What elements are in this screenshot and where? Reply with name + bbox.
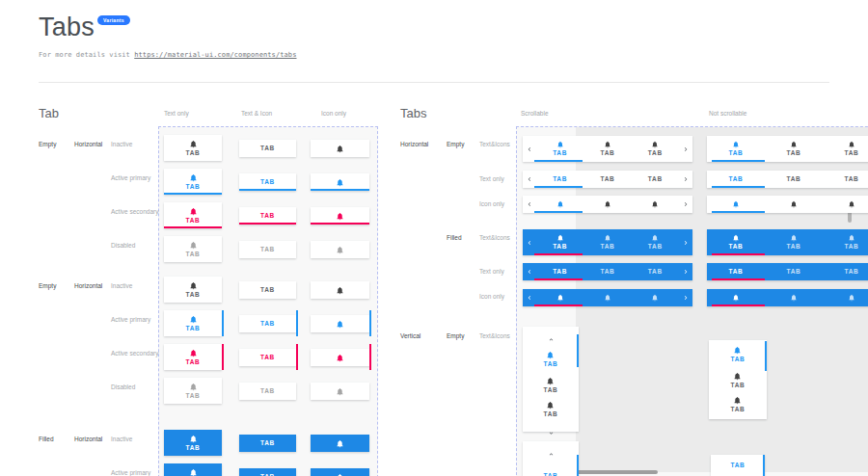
scroll-down-button[interactable] (548, 423, 555, 440)
chevron-left-icon (526, 175, 533, 183)
tab-item-active[interactable]: TAB (544, 351, 558, 368)
chevron-left-icon (526, 145, 533, 153)
tab-sample[interactable]: TAB (164, 463, 222, 476)
tab-item-active[interactable]: TAB (536, 229, 583, 255)
tab-item[interactable]: TAB (765, 171, 823, 188)
tab-sample[interactable] (311, 315, 369, 332)
state-label: Inactive (111, 282, 132, 289)
tab-sample[interactable]: TAB (164, 169, 222, 195)
scroll-next-button[interactable] (679, 289, 692, 306)
tab-item[interactable]: TAB (823, 136, 868, 162)
chevron-right-icon (682, 175, 690, 183)
tab-item[interactable]: TAB (583, 263, 631, 280)
orientation-label: Horizontal (74, 436, 102, 442)
chevron-left-icon (526, 268, 533, 276)
bell-icon (336, 212, 344, 221)
tab-item[interactable]: TAB (823, 263, 868, 280)
tab-item-active[interactable]: TAB (707, 136, 765, 162)
tab-sample[interactable]: TAB (239, 383, 296, 400)
tab-item[interactable] (823, 289, 868, 306)
bell-icon (651, 294, 659, 302)
tab-item[interactable]: TAB (731, 396, 746, 413)
tab-sample[interactable]: TAB (164, 430, 222, 456)
tab-item[interactable]: TAB (544, 401, 558, 418)
tab-item[interactable]: TAB (823, 171, 868, 188)
tab-item[interactable]: TAB (544, 377, 558, 394)
tab-sample[interactable] (311, 435, 369, 452)
tab-item-active[interactable]: TAB (731, 463, 746, 469)
tab-label: TAB (601, 176, 615, 183)
tab-sample[interactable]: TAB (164, 344, 222, 370)
tab-sample[interactable]: TAB (239, 281, 296, 299)
tab-item[interactable] (632, 196, 679, 213)
group-label: Filled (39, 436, 54, 442)
tab-sample[interactable]: TAB (239, 349, 296, 366)
bell-icon (189, 315, 198, 324)
column-header-not-scrollable: Not scrollable (709, 110, 746, 117)
scroll-prev-button[interactable] (523, 136, 536, 162)
scroll-next-button[interactable] (679, 196, 692, 213)
active-indicator (296, 310, 298, 336)
page-title: Tabs (39, 13, 95, 42)
tab-sample[interactable]: TAB (164, 277, 222, 303)
tab-sample[interactable] (311, 349, 369, 366)
scroll-prev-button[interactable] (523, 229, 536, 255)
tab-item[interactable] (583, 289, 631, 306)
tab-label: TAB (553, 176, 567, 183)
tab-sample[interactable] (311, 468, 369, 476)
tab-item[interactable]: TAB (632, 229, 679, 255)
tab-label: TAB (787, 150, 801, 157)
scroll-next-button[interactable] (679, 171, 692, 188)
tab-item[interactable] (583, 196, 631, 213)
tab-item-active[interactable]: TAB (731, 346, 746, 363)
tab-item[interactable]: TAB (765, 229, 823, 255)
tab-item[interactable]: TAB (632, 136, 679, 162)
tab-label: TAB (731, 407, 746, 413)
docs-link[interactable]: https://material-ui.com/components/tabs (134, 51, 296, 59)
tab-sample[interactable]: TAB (164, 378, 222, 404)
tab-sample[interactable] (311, 383, 369, 400)
scroll-next-button[interactable] (679, 229, 692, 255)
tab-item[interactable]: TAB (583, 229, 631, 255)
tab-item-active[interactable]: TAB (707, 229, 765, 255)
group-label: Empty (39, 141, 56, 147)
tab-sample[interactable]: TAB (164, 310, 222, 336)
bell-icon (790, 200, 798, 208)
scroll-next-button[interactable] (679, 136, 692, 162)
tab-sample[interactable]: TAB (239, 315, 296, 332)
tab-item[interactable] (632, 289, 679, 306)
tab-item[interactable]: TAB (765, 136, 823, 162)
tab-sample[interactable]: TAB (164, 202, 222, 228)
tab-sample[interactable] (311, 281, 369, 299)
chevron-up-icon (548, 336, 555, 343)
bell-icon (336, 145, 344, 153)
tab-sample[interactable]: TAB (239, 241, 296, 258)
tab-item-active[interactable]: TAB (536, 136, 583, 162)
tab-item[interactable]: TAB (731, 372, 746, 389)
tab-sample[interactable]: TAB (164, 236, 222, 262)
bell-icon (848, 294, 855, 302)
scroll-up-button[interactable] (548, 444, 555, 462)
subtitle-text: For more details visit (39, 51, 134, 59)
tab-label: TAB (186, 393, 201, 400)
tab-item[interactable] (765, 196, 823, 213)
tab-sample[interactable] (311, 241, 369, 258)
active-indicator (369, 310, 371, 336)
tab-item[interactable]: TAB (632, 171, 679, 188)
tab-item[interactable] (823, 196, 868, 213)
tab-item[interactable]: TAB (632, 263, 679, 280)
tab-item[interactable]: TAB (583, 171, 631, 188)
tab-label: TAB (544, 361, 558, 368)
tab-sample[interactable] (311, 140, 369, 157)
tab-sample[interactable]: TAB (239, 468, 296, 476)
tab-sample[interactable]: TAB (164, 135, 222, 161)
tab-item[interactable]: TAB (765, 263, 823, 280)
scroll-next-button[interactable] (679, 263, 692, 280)
tab-sample[interactable]: TAB (239, 435, 296, 452)
tab-sample[interactable]: TAB (239, 140, 296, 157)
scroll-up-button[interactable] (548, 330, 555, 347)
tab-item[interactable]: TAB (583, 136, 631, 162)
tab-item[interactable] (765, 289, 823, 306)
tab-item[interactable]: TAB (823, 229, 868, 255)
chevron-right-icon (682, 268, 690, 276)
